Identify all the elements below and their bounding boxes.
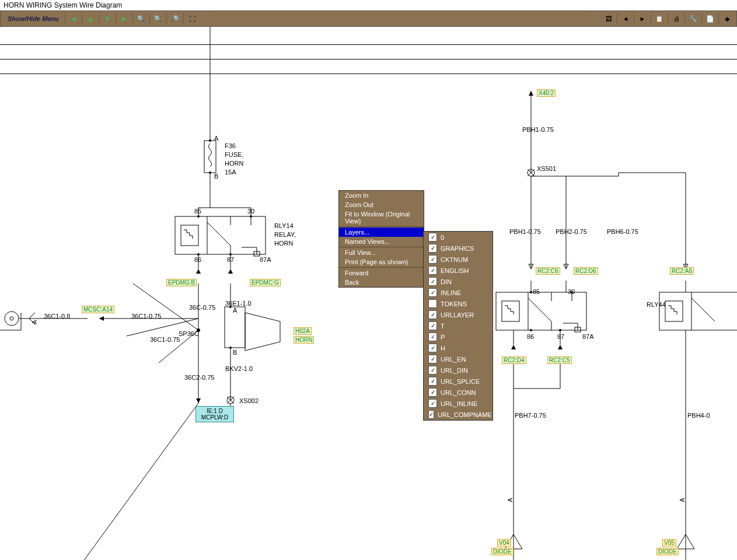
cm-print[interactable]: Print (Page as shown) (339, 257, 424, 267)
checkbox-icon[interactable]: ✓ (428, 288, 437, 297)
rly14-86: 86 (194, 256, 201, 263)
tool3-icon[interactable]: ◆ (721, 13, 733, 24)
rly14-30: 30 (247, 208, 254, 215)
list-icon[interactable]: 📄 (704, 13, 716, 24)
v04[interactable]: V04 (497, 539, 511, 547)
back-icon[interactable]: ◄ (620, 13, 631, 24)
wire-36c1-08: 36C1-0.8 (44, 313, 70, 320)
checkbox-icon[interactable]: ✓ (428, 233, 437, 242)
nav-up-icon[interactable]: ▲ (85, 13, 96, 24)
nav-down-icon[interactable]: ▼ (102, 13, 113, 24)
rly-p87: 87 (557, 333, 564, 340)
horn-id[interactable]: H02A (294, 327, 312, 335)
cm-fit[interactable]: Fit to Window (Original View) (339, 209, 424, 226)
layer-item-9[interactable]: ✓P (424, 331, 493, 342)
diode2[interactable]: DIODE (656, 548, 679, 555)
v05[interactable]: V05 (662, 539, 676, 547)
checkbox-icon[interactable]: ✓ (428, 332, 437, 341)
layer-label: T (441, 323, 445, 330)
link-mcsc[interactable]: MCSC:A14 (82, 306, 114, 313)
checkbox-icon[interactable]: ✓ (428, 321, 437, 330)
layer-item-7[interactable]: ✓URLLAYER (424, 309, 493, 320)
cm-zoom-out[interactable]: Zoom Out (339, 200, 424, 209)
wire-pbh4: PBH4-0 (687, 412, 710, 419)
tool2-icon[interactable]: 🔧 (687, 13, 699, 24)
zoom-tool-icon[interactable]: 🔎 (169, 13, 181, 24)
cm-named-views[interactable]: Named Views... (339, 237, 424, 246)
checkbox-icon[interactable]: ✓ (428, 377, 437, 386)
nav-right-icon[interactable]: ► (118, 13, 130, 24)
link-rc2d6[interactable]: RC2:D6 (574, 267, 598, 275)
fuse-pin-a: A (214, 135, 218, 142)
checkbox-icon[interactable]: ✓ (428, 388, 437, 397)
conn-xs501: XS501 (537, 165, 556, 172)
layer-item-16[interactable]: ✓URL_COMPNAME (424, 409, 493, 420)
wire-pbh1b: PBH1-0.75 (509, 228, 541, 235)
context-menu[interactable]: Zoom In Zoom Out Fit to Window (Original… (338, 190, 424, 288)
wire-36c2: 36C2-0.75 (184, 374, 214, 381)
link-rc2c6[interactable]: RC2:C6 (536, 267, 560, 275)
forward-icon[interactable]: ► (637, 13, 648, 24)
layer-item-8[interactable]: ✓T (424, 320, 493, 331)
checkbox-icon[interactable]: ✓ (428, 399, 437, 408)
checkbox-icon[interactable]: ✓ (428, 277, 437, 286)
checkbox-icon[interactable]: ✓ (428, 244, 437, 253)
fuse-pin-b: B (214, 173, 218, 180)
link-rc2a6[interactable]: RC2:A6 (670, 267, 694, 275)
zoom-out-icon[interactable]: 🔍 (152, 13, 164, 24)
layer-item-6[interactable]: TOKENS (424, 298, 493, 309)
cm-layers[interactable]: Layers... (339, 228, 424, 237)
layer-item-10[interactable]: ✓H (424, 342, 493, 354)
fit-window-icon[interactable]: ⛶ (186, 13, 198, 24)
layer-item-13[interactable]: ✓URL_SPLICE (424, 376, 493, 387)
link-epdmg[interactable]: EPDMG:B (166, 279, 197, 286)
layer-label: URL_INLINE (441, 400, 478, 407)
cm-full-view[interactable]: Full View... (339, 248, 424, 257)
layer-item-1[interactable]: ✓GRAPHICS (424, 243, 493, 254)
link-epdmc[interactable]: EPDMC:G (250, 279, 281, 286)
svg-marker-90 (558, 345, 563, 349)
layer-item-14[interactable]: ✓URL_CONN (424, 387, 493, 398)
print-icon[interactable]: 🖨 (670, 13, 682, 24)
layer-item-2[interactable]: ✓CKTNUM (424, 254, 493, 265)
layer-item-4[interactable]: ✓DIN (424, 276, 493, 287)
cm-zoom-in[interactable]: Zoom In (339, 191, 424, 200)
nav-left-icon[interactable]: ◄ (68, 13, 79, 24)
checkbox-icon[interactable]: ✓ (428, 266, 437, 275)
conn-x40[interactable]: X40:2 (537, 89, 556, 97)
diode1[interactable]: DIODE (491, 548, 514, 555)
link-rc2d4[interactable]: RC2:D4 (502, 356, 526, 364)
tool1-icon[interactable]: 📋 (654, 13, 665, 24)
wire-36c-075: 36C-0.75 (189, 304, 215, 311)
layer-item-5[interactable]: ✓INLINE (424, 287, 493, 298)
layer-item-11[interactable]: ✓URL_EN (424, 354, 493, 365)
wire-36c1-075b: 36C1-0.75 (150, 336, 180, 343)
checkbox-icon[interactable]: ✓ (428, 366, 437, 374)
checkbox-icon[interactable]: ✓ (428, 255, 437, 264)
svg-marker-39 (99, 316, 104, 321)
checkbox-icon[interactable]: ✓ (428, 344, 437, 352)
layer-item-3[interactable]: ✓ENGLISH (424, 265, 493, 276)
layer-label: H (441, 345, 445, 352)
svg-marker-25 (228, 269, 233, 274)
diagram-canvas[interactable]: A B F36 FUSE, HORN 15A 85 30 86 87 87A R… (0, 27, 737, 560)
image-icon[interactable]: 🖼 (603, 13, 614, 24)
show-hide-menu-button[interactable]: Show/Hide Menu (3, 15, 64, 22)
zoom-in-icon[interactable]: 🔍 (135, 13, 147, 24)
target-ie1d[interactable]: IE:1 DMCPLW:D (195, 406, 234, 422)
checkbox-icon[interactable]: ✓ (428, 355, 437, 363)
horn-name[interactable]: HORN (294, 336, 314, 344)
cm-back[interactable]: Back (339, 278, 424, 287)
checkbox-icon[interactable] (428, 299, 437, 308)
svg-point-44 (10, 317, 13, 320)
checkbox-icon[interactable]: ✓ (428, 410, 434, 419)
checkbox-icon[interactable]: ✓ (428, 310, 437, 319)
svg-rect-1 (204, 141, 216, 173)
cm-forward[interactable]: Forward (339, 268, 424, 278)
layer-item-12[interactable]: ✓URL_DIN (424, 365, 493, 376)
layer-item-15[interactable]: ✓URL_INLINE (424, 398, 493, 409)
link-rc2c5[interactable]: RC2:C5 (547, 356, 572, 364)
layer-item-0[interactable]: ✓0 (424, 232, 493, 243)
layers-submenu[interactable]: ✓0✓GRAPHICS✓CKTNUM✓ENGLISH✓DIN✓INLINETOK… (423, 231, 493, 421)
rly14-85: 85 (194, 208, 201, 215)
